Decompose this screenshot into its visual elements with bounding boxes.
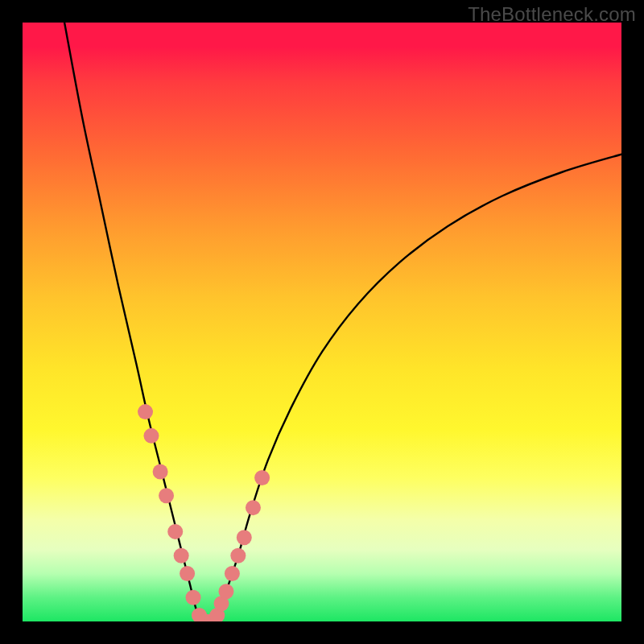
marker-point: [230, 548, 246, 564]
chart-frame: TheBottleneck.com: [0, 0, 644, 644]
plot-area: [23, 23, 621, 621]
watermark-text: TheBottleneck.com: [468, 3, 636, 26]
marker-point: [254, 470, 270, 485]
marker-point: [237, 530, 252, 545]
marker-point: [153, 464, 168, 480]
marker-point: [167, 524, 183, 539]
bottleneck-curve: [64, 23, 621, 621]
marker-point: [218, 584, 233, 599]
marker-point: [174, 548, 189, 564]
marker-point: [180, 566, 195, 581]
marker-point: [225, 566, 240, 581]
marker-point: [159, 488, 174, 503]
curve-layer: [23, 23, 621, 621]
marker-point: [186, 590, 201, 605]
marker-point: [138, 404, 153, 419]
marker-point: [246, 500, 261, 515]
marker-point: [143, 428, 159, 444]
marker-group: [138, 404, 270, 621]
